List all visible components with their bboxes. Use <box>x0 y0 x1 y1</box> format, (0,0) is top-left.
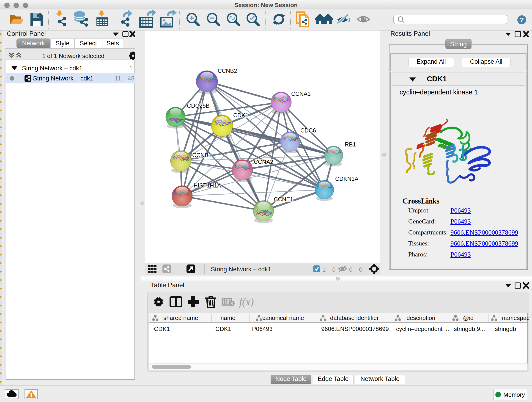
svg-text:CCNE1: CCNE1 <box>274 196 293 202</box>
svg-text:CDC25B: CDC25B <box>187 102 210 109</box>
svg-text:CCNA2: CCNA2 <box>254 159 273 165</box>
svg-text:CDC6: CDC6 <box>300 127 316 134</box>
svg-text:CCNB1: CCNB1 <box>192 152 212 158</box>
svg-text:CCNA1: CCNA1 <box>291 90 311 97</box>
svg-text:1 of 1 Network selected: 1 of 1 Network selected <box>42 52 104 59</box>
svg-text:CDK1: CDK1 <box>233 112 249 119</box>
svg-text:RB1: RB1 <box>345 141 356 148</box>
svg-text:f(x): f(x) <box>239 296 254 307</box>
svg-text:CDKN1A: CDKN1A <box>335 176 359 182</box>
svg-text:CCNB2: CCNB2 <box>218 68 237 74</box>
svg-text:HIST1H1A: HIST1H1A <box>194 182 221 189</box>
